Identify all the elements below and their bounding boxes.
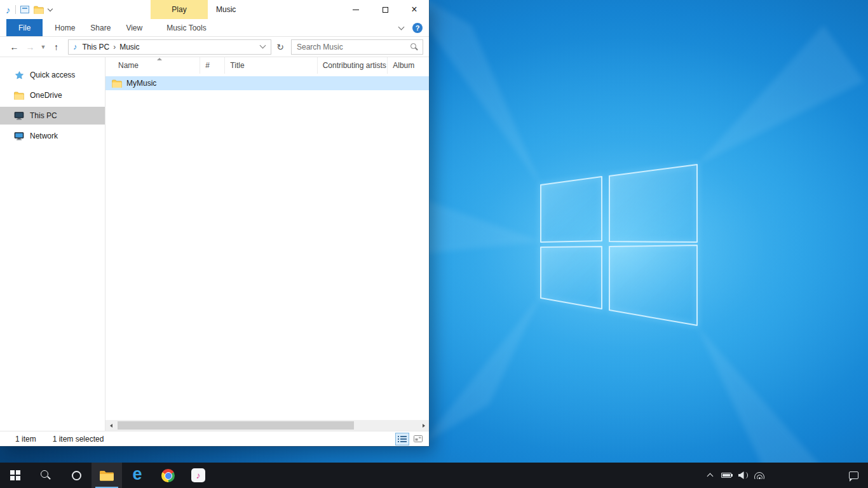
sidebar-item-onedrive[interactable]: OneDrive [0,86,105,104]
itunes-icon: ♪ [191,468,205,482]
minimize-button[interactable] [341,0,370,19]
tab-file[interactable]: File [6,19,43,36]
window-body: Quick access OneDrive [0,57,429,431]
taskbar-search-button[interactable] [31,463,61,488]
network-icon [14,132,24,140]
up-button[interactable]: ↑ [48,39,64,55]
column-header-name[interactable]: Name [112,57,200,74]
scrollbar-track[interactable] [116,420,418,431]
thumbnails-view-icon [414,435,423,442]
properties-icon[interactable] [20,6,29,13]
network-status[interactable] [751,463,768,488]
maximize-icon [383,7,388,13]
column-headers: Name # Title Contributing artists Album [105,57,429,74]
chrome-icon [161,469,175,482]
tab-music-tools[interactable]: Music Tools [159,19,214,36]
back-button[interactable]: ← [6,39,22,55]
column-header-contributing-artists[interactable]: Contributing artists [318,57,388,74]
maximize-button[interactable] [370,0,400,19]
hidden-icons-button[interactable] [702,463,718,488]
column-header-number[interactable]: # [200,57,225,74]
scroll-right-arrow-icon[interactable] [418,420,429,431]
sort-ascending-icon [157,58,162,60]
ribbon-tab-row: File Home Share View Music Tools ? [0,19,429,37]
quick-access-toolbar: ♪ [0,5,52,15]
volume-status[interactable] [735,463,751,488]
file-rows: MyMusic [105,76,429,90]
tab-share[interactable]: Share [83,19,118,36]
column-header-album[interactable]: Album [388,57,429,74]
column-header-title[interactable]: Title [225,57,317,74]
breadcrumb-music[interactable]: Music [117,43,142,51]
explorer-window: ♪ Play Music × File Home Share View Musi… [0,0,429,446]
address-bar[interactable]: ♪ This PC › Music [68,39,271,55]
qat-customize-chevron-icon[interactable] [47,6,52,11]
window-title: Music [216,0,236,19]
close-button[interactable]: × [400,0,429,19]
cortana-icon [72,471,81,480]
separator [15,5,16,14]
sidebar-item-this-pc[interactable]: This PC [0,107,105,125]
view-toggles [395,431,425,446]
forward-button[interactable]: → [22,39,38,55]
action-center-button[interactable] [839,463,868,488]
tab-home[interactable]: Home [47,19,83,36]
onedrive-folder-icon [14,92,24,100]
refresh-button[interactable]: ↻ [273,39,288,55]
star-icon [14,71,24,80]
music-note-icon: ♪ [6,5,11,15]
taskbar-itunes-button[interactable]: ♪ [183,463,214,488]
taskbar-chrome-button[interactable] [153,463,183,488]
file-list-pane: Name # Title Contributing artists Album … [105,57,429,431]
recent-locations-chevron-icon[interactable]: ▼ [38,39,48,55]
taskbar: e ♪ [0,463,868,488]
file-name: MyMusic [126,79,156,88]
file-row-mymusic[interactable]: MyMusic [105,76,429,90]
navigation-bar: ← → ▼ ↑ ♪ This PC › Music ↻ [0,37,429,57]
title-bar[interactable]: ♪ Play Music × [0,0,429,19]
address-dropdown-chevron-icon[interactable] [260,43,266,49]
navigation-pane: Quick access OneDrive [0,57,105,431]
new-folder-icon[interactable] [34,6,44,14]
edge-icon: e [132,466,142,483]
search-input[interactable] [297,43,410,51]
sidebar-item-label: Quick access [30,71,75,79]
expand-ribbon-chevron-icon[interactable] [398,24,405,30]
search-icon[interactable] [410,43,419,51]
start-button[interactable] [0,463,31,488]
minimize-icon [353,10,359,10]
computer-icon [14,111,24,120]
taskbar-file-explorer-button[interactable] [92,463,122,488]
sidebar-item-network[interactable]: Network [0,127,105,145]
battery-icon [721,473,731,478]
cortana-button[interactable] [61,463,92,488]
taskbar-edge-button[interactable]: e [122,463,153,488]
details-view-icon [398,436,407,442]
sidebar-item-label: This PC [30,111,57,120]
scrollbar-thumb[interactable] [118,421,354,430]
scroll-left-arrow-icon[interactable] [105,420,116,431]
ribbon-right-controls: ? [399,19,423,36]
sidebar-item-label: OneDrive [30,91,62,100]
windows-logo-icon [10,470,20,480]
details-view-button[interactable] [395,433,409,445]
breadcrumb-this-pc[interactable]: This PC [80,43,112,51]
music-note-icon: ♪ [73,42,78,51]
search-icon [40,470,51,481]
folder-icon [112,79,122,88]
help-icon[interactable]: ? [412,23,423,33]
sidebar-item-label: Network [30,132,58,140]
file-explorer-icon [99,470,114,482]
selection-count: 1 item selected [53,435,104,444]
tab-view[interactable]: View [118,19,150,36]
action-center-icon [849,471,858,479]
status-bar: 1 item 1 item selected [0,431,429,446]
contextual-tab-play[interactable]: Play [151,0,208,19]
system-tray [702,463,868,488]
thumbnails-view-button[interactable] [411,433,425,445]
horizontal-scrollbar[interactable] [105,420,429,431]
sidebar-item-quick-access[interactable]: Quick access [0,66,105,84]
battery-status[interactable] [718,463,735,488]
window-controls: × [341,0,429,19]
close-icon: × [411,4,417,15]
